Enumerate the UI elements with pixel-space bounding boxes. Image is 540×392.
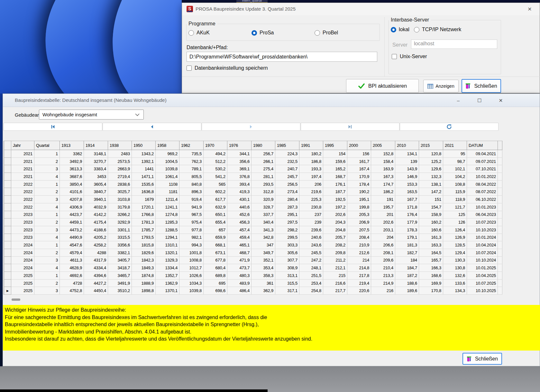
splitter-handle[interactable] xyxy=(12,298,20,301)
cell[interactable]: 440,6 xyxy=(227,203,252,211)
cell[interactable]: 253,4 xyxy=(299,279,323,287)
cell[interactable]: 4450,4 xyxy=(84,287,108,295)
cell[interactable]: 2025 xyxy=(11,272,34,280)
cell[interactable]: 224,3 xyxy=(275,150,299,158)
cell[interactable]: 4490,9 xyxy=(60,234,84,241)
cell[interactable]: 2719,4 xyxy=(108,173,132,181)
cell[interactable]: 2024 xyxy=(11,249,34,256)
column-header-1995[interactable]: 1995 xyxy=(323,141,347,150)
cell[interactable]: 205,7 xyxy=(323,234,347,241)
cell[interactable]: 161,7 xyxy=(347,157,371,165)
nav-next-button[interactable] xyxy=(202,123,300,131)
cell[interactable]: 193,3 xyxy=(299,165,323,173)
cell[interactable]: 307,7 xyxy=(275,256,299,264)
cell[interactable]: 189,6 xyxy=(395,287,419,295)
cell[interactable]: 3 xyxy=(34,287,60,295)
cell[interactable]: 126,4 xyxy=(443,226,467,234)
cell[interactable]: 171,8 xyxy=(395,203,419,211)
dialog-titlebar[interactable]: S PROSA Baupreisindex Update 3. Quartal … xyxy=(182,3,540,15)
cell[interactable]: 994,3 xyxy=(179,241,204,249)
cell[interactable]: 512,2 xyxy=(204,157,227,165)
cell[interactable]: 98,7 xyxy=(443,157,467,165)
cell[interactable]: 3315,5 xyxy=(108,234,132,241)
cell[interactable]: 369,1 xyxy=(227,165,252,173)
cell[interactable]: 297,5 xyxy=(275,218,299,226)
row-selector[interactable] xyxy=(4,157,11,165)
cell[interactable]: 659,9 xyxy=(204,234,227,241)
cell[interactable]: 220,6 xyxy=(347,287,371,295)
cell[interactable]: 4752,8 xyxy=(60,287,84,295)
cell[interactable]: 602,2 xyxy=(204,188,227,196)
cell[interactable]: 456,3 xyxy=(227,218,252,226)
cell[interactable]: 657 xyxy=(204,226,227,234)
cell[interactable]: 299,5 xyxy=(275,234,299,241)
cell[interactable]: 305,6 xyxy=(275,249,299,256)
cell[interactable]: 3 xyxy=(34,226,60,234)
cell[interactable]: 4547,6 xyxy=(60,241,84,249)
cell[interactable]: 1181 xyxy=(156,188,179,196)
cell[interactable]: 1211,4 xyxy=(156,196,179,203)
cell[interactable]: 243,6 xyxy=(299,241,323,249)
current-row-marker[interactable]: ▶ xyxy=(4,287,11,295)
cell[interactable]: 1849,3 xyxy=(132,264,156,272)
cell[interactable]: 1815,8 xyxy=(132,241,156,249)
cell[interactable]: 217,8 xyxy=(347,272,371,280)
cell[interactable]: 3356,6 xyxy=(108,241,132,249)
column-header-1913[interactable]: 1913 xyxy=(60,141,84,150)
cell[interactable]: 153,3 xyxy=(395,180,419,188)
cell[interactable]: 4628,9 xyxy=(60,264,84,272)
cell[interactable]: 2023 xyxy=(11,226,34,234)
column-header-1962[interactable]: 1962 xyxy=(179,141,204,150)
cell[interactable]: 206,6 xyxy=(371,241,395,249)
datenbank-path-input[interactable]: D:\Programme\WFSoftware\wf_prosa\datenba… xyxy=(187,52,377,62)
cell[interactable]: 4334,4 xyxy=(84,264,108,272)
cell[interactable]: 2023 xyxy=(11,218,34,226)
cell[interactable]: 10.07.2025 xyxy=(467,279,498,287)
cell[interactable]: 3 xyxy=(34,256,60,264)
nav-last-button[interactable] xyxy=(301,123,399,131)
row-selector[interactable] xyxy=(4,211,11,218)
cell[interactable]: 430,1 xyxy=(227,196,252,203)
bpi-update-button[interactable]: BPI aktualisieren xyxy=(346,79,419,93)
cell[interactable]: 10.07.2024 xyxy=(467,249,498,256)
radio-akuk[interactable]: AKuK xyxy=(188,30,252,36)
cell[interactable]: 214,8 xyxy=(347,264,371,272)
cell[interactable]: 219,4 xyxy=(347,279,371,287)
cell[interactable]: 232,5 xyxy=(275,157,299,165)
cell[interactable]: 4175,4 xyxy=(84,218,108,226)
column-header-1976[interactable]: 1976 xyxy=(227,141,252,150)
cell[interactable]: 206 xyxy=(299,180,323,188)
cell[interactable]: 08.04.2022 xyxy=(467,180,498,188)
cell[interactable]: 419,3 xyxy=(227,188,252,196)
cell[interactable]: 195,7 xyxy=(371,203,395,211)
cell[interactable]: 1785,7 xyxy=(132,226,156,234)
cell[interactable]: 1888,9 xyxy=(132,279,156,287)
cell[interactable]: 1362,9 xyxy=(156,279,179,287)
cell[interactable]: 2022 xyxy=(11,180,34,188)
cell[interactable]: 169,9 xyxy=(419,279,443,287)
cell[interactable]: 204 xyxy=(371,234,395,241)
cell[interactable]: 4032,9 xyxy=(84,203,108,211)
cell[interactable]: 840,8 xyxy=(179,180,204,188)
cell[interactable]: 4394,6 xyxy=(84,272,108,280)
cell[interactable]: 3103,8 xyxy=(108,196,132,203)
cell[interactable]: 1343,2 xyxy=(132,150,156,158)
cell[interactable]: 1008,8 xyxy=(179,256,204,264)
cell[interactable]: 2 xyxy=(34,188,60,196)
cell[interactable]: 317,1 xyxy=(275,287,299,295)
cell[interactable]: 280,4 xyxy=(275,196,299,203)
cell[interactable]: 1471,1 xyxy=(132,173,156,181)
cell[interactable]: 1898,8 xyxy=(132,287,156,295)
cell[interactable]: 4 xyxy=(34,173,60,181)
cell[interactable]: 2021 xyxy=(11,157,34,165)
cell[interactable]: 4427,2 xyxy=(84,279,108,287)
cell[interactable]: 10.07.2023 xyxy=(467,218,498,226)
save-settings-checkbox[interactable]: Datenbankeinstellung speichern xyxy=(187,65,268,71)
cell[interactable]: 789,1 xyxy=(179,165,204,173)
cell[interactable]: 632,9 xyxy=(204,203,227,211)
column-header-datum[interactable]: DATUM xyxy=(467,141,498,150)
cell[interactable]: 212,6 xyxy=(347,249,371,256)
cell[interactable]: 104,2 xyxy=(443,173,467,181)
cell[interactable]: 3940,1 xyxy=(84,196,108,203)
row-selector[interactable] xyxy=(4,188,11,196)
